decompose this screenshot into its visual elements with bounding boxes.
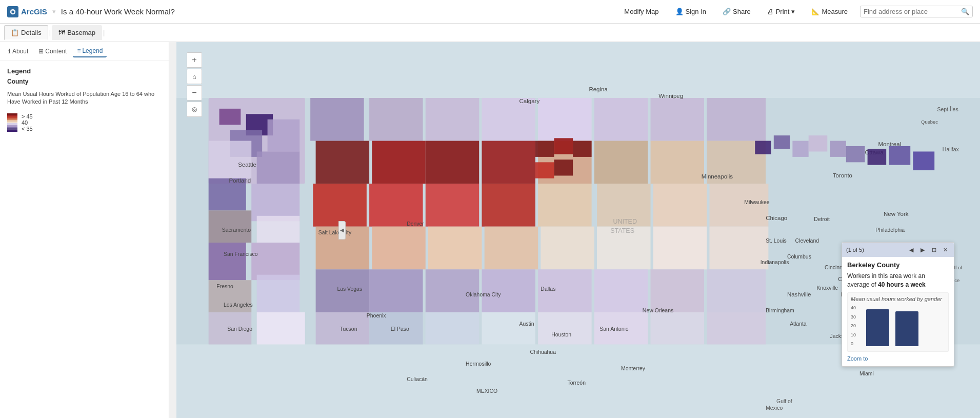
svg-text:Austin: Austin <box>519 321 534 327</box>
svg-text:Columbus: Columbus <box>787 254 811 260</box>
svg-rect-23 <box>316 141 369 184</box>
panel-tabs: ℹ About ⊞ Content ≡ Legend <box>0 42 169 61</box>
svg-text:Cleveland: Cleveland <box>795 238 819 244</box>
svg-rect-56 <box>594 269 648 312</box>
svg-rect-66 <box>709 184 768 227</box>
panel-tab-content[interactable]: ⊞ Content <box>34 46 71 57</box>
svg-text:Portland: Portland <box>229 177 251 184</box>
legend-icon: ≡ <box>77 47 81 54</box>
svg-rect-43 <box>485 227 538 270</box>
svg-rect-22 <box>310 98 364 141</box>
svg-rect-134 <box>792 141 808 157</box>
chart-y-label-20: 20 <box>851 323 856 328</box>
svg-rect-9 <box>268 120 300 152</box>
legend-subtitle: County <box>7 78 162 85</box>
details-icon: 📋 <box>11 29 19 36</box>
svg-text:Calgary: Calgary <box>519 98 540 104</box>
page-title: Is a 40-hour Work Week Normal? <box>61 7 175 16</box>
panel-collapse-toggle[interactable]: ◀ <box>338 221 346 240</box>
svg-text:Knoxville: Knoxville <box>816 285 838 291</box>
svg-rect-14 <box>209 210 252 243</box>
panel-tab-about[interactable]: ℹ About <box>4 46 32 57</box>
modify-map-button[interactable]: Modify Map <box>620 6 663 17</box>
user-icon: 👤 <box>675 8 684 15</box>
svg-text:Seattle: Seattle <box>238 162 256 168</box>
search-box[interactable]: 🔍 <box>860 6 973 17</box>
panel-content: Legend County Mean Usual Hours Worked of… <box>0 61 169 418</box>
svg-rect-62 <box>651 269 704 312</box>
svg-rect-64 <box>707 98 766 141</box>
sign-in-button[interactable]: 👤 Sign In <box>671 6 710 17</box>
svg-rect-40 <box>482 98 535 141</box>
share-icon: 🔗 <box>723 8 731 15</box>
svg-text:Houston: Houston <box>551 332 571 337</box>
svg-rect-45 <box>482 312 535 345</box>
svg-rect-68 <box>707 269 766 312</box>
svg-rect-58 <box>651 98 704 141</box>
svg-rect-37 <box>428 227 482 270</box>
svg-text:New York: New York <box>884 211 909 217</box>
content-icon: ⊞ <box>38 48 44 55</box>
home-button[interactable]: ⌂ <box>187 69 202 84</box>
print-button[interactable]: 🖨 Print ▾ <box>763 6 799 17</box>
chart-bar-2 <box>895 311 918 346</box>
ramp-labels: > 45 40 < 35 <box>17 113 33 132</box>
map-container[interactable]: Seattle Portland Sacramento San Francisc… <box>176 42 980 418</box>
chart-y-label-10: 10 <box>851 332 856 337</box>
measure-button[interactable]: 📐 Measure <box>807 6 852 17</box>
search-input[interactable] <box>864 8 961 15</box>
svg-rect-36 <box>426 184 479 227</box>
svg-text:Hermosillo: Hermosillo <box>466 361 491 367</box>
zoom-to-link[interactable]: Zoom to <box>847 355 868 362</box>
popup-next-button[interactable]: ▶ <box>918 245 927 254</box>
svg-text:San Francisco: San Francisco <box>224 251 258 257</box>
share-button[interactable]: 🔗 Share <box>718 6 755 17</box>
svg-rect-49 <box>541 227 594 270</box>
svg-rect-59 <box>651 141 704 184</box>
svg-rect-144 <box>535 162 554 178</box>
svg-rect-6 <box>219 109 241 125</box>
chart-y-label-30: 30 <box>851 314 856 320</box>
svg-rect-10 <box>209 141 252 178</box>
arcgis-logo-icon <box>7 6 18 17</box>
svg-rect-142 <box>554 138 573 154</box>
popup-prev-button[interactable]: ◀ <box>907 245 916 254</box>
svg-rect-32 <box>369 269 423 312</box>
panel-tab-legend[interactable]: ≡ Legend <box>73 45 107 57</box>
svg-rect-48 <box>538 184 591 227</box>
tab-separator: | <box>48 29 52 36</box>
svg-rect-63 <box>651 312 704 345</box>
svg-rect-39 <box>426 312 479 345</box>
svg-text:Detroit: Detroit <box>814 216 830 222</box>
svg-text:Oklahoma City: Oklahoma City <box>466 292 501 297</box>
svg-rect-132 <box>755 141 771 154</box>
svg-text:Birmingham: Birmingham <box>766 308 794 313</box>
svg-text:STATES: STATES <box>610 227 634 234</box>
svg-text:Toronto: Toronto <box>833 172 852 178</box>
info-icon: ℹ <box>8 48 11 55</box>
popup-close-button[interactable]: ✕ <box>941 245 950 254</box>
svg-rect-51 <box>538 312 591 345</box>
svg-rect-11 <box>257 151 300 184</box>
svg-text:Salt Lake City: Salt Lake City <box>318 230 352 235</box>
svg-text:MEXICO: MEXICO <box>476 388 497 394</box>
tab-details[interactable]: 📋 Details <box>4 25 48 40</box>
tab-basemap[interactable]: 🗺 Basemap <box>52 25 102 40</box>
legend-description: Mean Usual Hours Worked of Population Ag… <box>7 90 162 106</box>
svg-text:Chicago: Chicago <box>766 215 787 221</box>
basemap-icon: 🗺 <box>58 29 65 36</box>
svg-rect-145 <box>554 160 573 175</box>
svg-text:Atlanta: Atlanta <box>790 321 807 327</box>
svg-text:New Orleans: New Orleans <box>643 308 673 313</box>
svg-text:Indianapolis: Indianapolis <box>761 260 789 265</box>
locate-button[interactable]: ◎ <box>187 102 202 117</box>
zoom-out-button[interactable]: − <box>187 85 202 101</box>
ramp-bottom <box>7 130 17 131</box>
popup-undock-button[interactable]: ⊡ <box>929 245 938 254</box>
popup-panel: (1 of 5) ◀ ▶ ⊡ ✕ Berkeley County Workers… <box>842 242 954 367</box>
svg-rect-136 <box>830 141 846 157</box>
svg-rect-16 <box>209 243 246 280</box>
svg-rect-15 <box>257 216 300 243</box>
zoom-in-button[interactable]: + <box>187 52 202 68</box>
svg-text:Philadelphia: Philadelphia <box>875 227 905 233</box>
